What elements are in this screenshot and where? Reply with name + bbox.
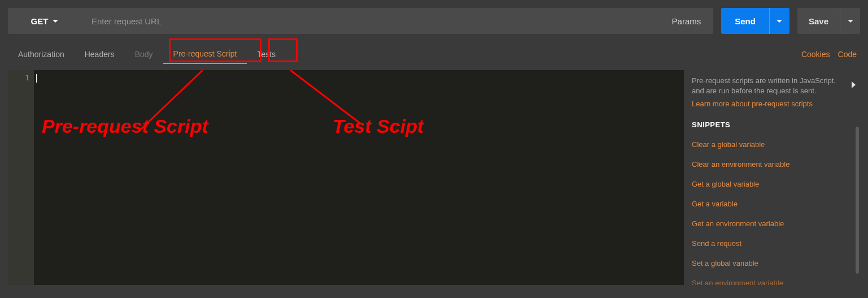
save-dropdown[interactable]: [840, 8, 860, 34]
save-button[interactable]: Save: [797, 8, 840, 34]
snippets-heading: SNIPPETS: [692, 120, 852, 129]
tab-pre-request-script[interactable]: Pre-request Script: [163, 45, 247, 64]
line-gutter: 1: [8, 70, 34, 285]
send-button[interactable]: Send: [721, 8, 769, 34]
snippet-item[interactable]: Clear an environment variable: [692, 160, 852, 169]
learn-more-link[interactable]: Learn more about pre-request scripts: [692, 100, 813, 108]
http-method-selector[interactable]: GET: [8, 8, 81, 34]
snippet-item[interactable]: Send a request: [692, 239, 852, 248]
line-number: 1: [8, 74, 29, 82]
tab-tests[interactable]: Tests: [247, 45, 286, 63]
chevron-down-icon: [848, 20, 853, 23]
chevron-down-icon: [53, 20, 58, 23]
snippet-item[interactable]: Get a global variable: [692, 180, 852, 188]
scrollbar[interactable]: [856, 127, 859, 274]
text-caret: [36, 74, 37, 83]
method-label: GET: [31, 16, 49, 26]
help-text: Pre-request scripts are written in JavaS…: [692, 76, 852, 96]
chevron-down-icon: [777, 20, 782, 23]
cookies-link[interactable]: Cookies: [801, 50, 830, 59]
request-tabs: Authorization Headers Body Pre-request S…: [0, 44, 868, 64]
script-editor[interactable]: 1 Pre-request Script Test Scipt: [8, 70, 684, 285]
snippet-item[interactable]: Get a variable: [692, 200, 852, 208]
request-url-input[interactable]: [81, 8, 660, 34]
annotation-label-tests: Test Scipt: [333, 115, 424, 137]
params-button[interactable]: Params: [660, 8, 714, 34]
snippet-item[interactable]: Set an environment variable: [692, 279, 852, 285]
right-links: Cookies Code: [801, 50, 860, 59]
send-label: Send: [735, 16, 756, 26]
tab-body[interactable]: Body: [125, 45, 163, 63]
annotation-label-pre-request: Pre-request Script: [42, 115, 208, 137]
chevron-right-icon[interactable]: [852, 81, 856, 88]
main-area: 1 Pre-request Script Test Scipt Pre-requ…: [8, 70, 860, 285]
snippet-item[interactable]: Set a global variable: [692, 259, 852, 267]
snippet-item[interactable]: Clear a global variable: [692, 140, 852, 149]
save-label: Save: [809, 16, 828, 26]
code-link[interactable]: Code: [838, 50, 857, 59]
snippets-sidebar: Pre-request scripts are written in JavaS…: [684, 70, 860, 285]
tab-authorization[interactable]: Authorization: [8, 45, 75, 63]
send-dropdown[interactable]: [769, 8, 790, 34]
code-area[interactable]: [34, 70, 684, 285]
params-label: Params: [672, 16, 701, 26]
snippet-item[interactable]: Get an environment variable: [692, 219, 852, 228]
tab-headers[interactable]: Headers: [75, 45, 125, 63]
request-topbar: GET Params Send Save: [0, 0, 868, 34]
